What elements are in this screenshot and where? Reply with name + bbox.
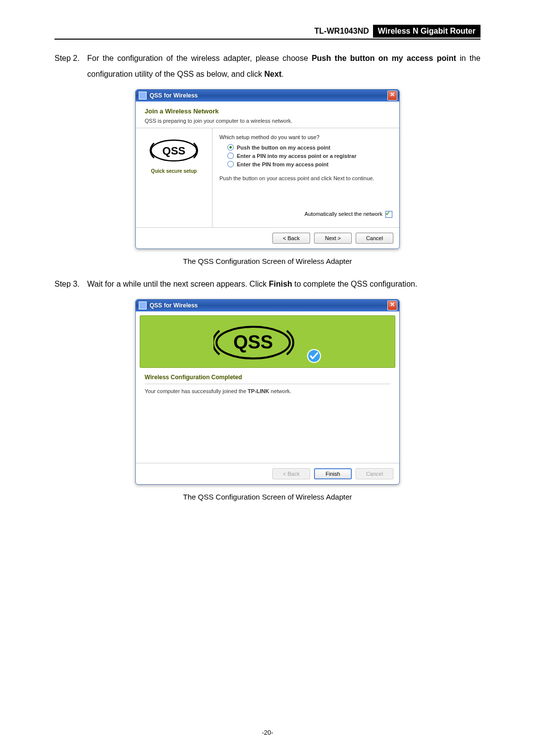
window-title: QSS for Wireless	[150, 92, 387, 99]
qss-dialog-complete: QSS for Wireless ✕ QSS	[135, 299, 400, 485]
model-number: TL-WR1043ND	[311, 25, 373, 38]
next-button[interactable]: Next >	[314, 233, 352, 244]
radio-label: Enter a PIN into my access point or a re…	[237, 153, 356, 159]
cancel-button: Cancel	[356, 468, 393, 479]
step-3-text: Wait for a while until the next screen a…	[87, 276, 481, 292]
page-number: -20-	[0, 729, 535, 736]
radio-label: Enter the PIN from my access point	[237, 161, 328, 167]
product-tagline: Wireless N Gigabit Router	[373, 25, 481, 38]
setup-prompt: Which setup method do you want to use?	[219, 134, 392, 140]
radio-label: Push the button on my access point	[237, 145, 330, 151]
cancel-button[interactable]: Cancel	[356, 233, 393, 244]
titlebar[interactable]: QSS for Wireless ✕	[136, 90, 399, 101]
auto-select-label: Automatically select the network	[305, 211, 382, 217]
text: Wait for a while until the next screen a…	[87, 280, 269, 288]
titlebar[interactable]: QSS for Wireless ✕	[136, 300, 399, 311]
sidebar-caption: Quick secure setup	[140, 168, 208, 174]
dialog-footer: < Back Finish Cancel	[136, 463, 399, 484]
radio-enter-pin-from-ap[interactable]: Enter the PIN from my access point	[227, 161, 392, 167]
radio-selected-icon	[227, 144, 234, 151]
close-icon[interactable]: ✕	[387, 301, 397, 310]
success-banner: QSS	[140, 315, 395, 368]
instruction-text: Push the button on your access point and…	[219, 175, 392, 181]
app-icon	[139, 92, 147, 100]
bold-text: Next	[265, 70, 282, 78]
dialog-subheading: QSS is preparing to join your computer t…	[145, 118, 390, 124]
bold-text: Push the button on my access point	[312, 54, 456, 62]
success-check-icon	[307, 349, 321, 363]
qss-logo-large-icon: QSS	[214, 338, 305, 346]
auto-select-checkbox[interactable]	[385, 211, 392, 218]
complete-message: Your computer has successfully joined th…	[145, 388, 390, 394]
text: network.	[269, 388, 292, 394]
complete-heading: Wireless Configuration Completed	[145, 374, 390, 384]
network-name: TP-LINK	[248, 388, 269, 394]
dialog-footer: < Back Next > Cancel	[136, 227, 399, 249]
text: to complete the QSS configuration.	[292, 280, 418, 288]
radio-push-button[interactable]: Push the button on my access point	[227, 144, 392, 151]
figure-caption-1: The QSS Configuration Screen of Wireless…	[54, 257, 481, 265]
qss-dialog-setup: QSS for Wireless ✕ Join a Wireless Netwo…	[135, 89, 400, 249]
dialog-sidebar: QSS Quick secure setup	[136, 128, 213, 227]
text: For the configuration of the wireless ad…	[87, 54, 312, 62]
app-icon	[139, 302, 147, 309]
figure-caption-2: The QSS Configuration Screen of Wireless…	[54, 493, 481, 501]
back-button[interactable]: < Back	[272, 233, 310, 244]
step-3: Step 3. Wait for a while until the next …	[54, 276, 481, 292]
text: .	[281, 70, 283, 78]
finish-button[interactable]: Finish	[314, 468, 352, 479]
radio-unselected-icon	[227, 161, 234, 167]
step-3-label: Step 3.	[54, 276, 87, 292]
bold-text: Finish	[269, 280, 292, 288]
svg-text:QSS: QSS	[162, 145, 185, 157]
page-header: TL-WR1043NDWireless N Gigabit Router	[54, 25, 481, 40]
radio-unselected-icon	[227, 152, 234, 159]
step-2-text: For the configuration of the wireless ad…	[87, 50, 481, 82]
text: Your computer has successfully joined th…	[145, 388, 248, 394]
back-button: < Back	[272, 468, 310, 479]
step-2: Step 2. For the configuration of the wir…	[54, 50, 481, 82]
qss-logo-icon: QSS	[149, 137, 199, 164]
auto-select-row: Automatically select the network	[219, 211, 392, 218]
radio-enter-pin-ap[interactable]: Enter a PIN into my access point or a re…	[227, 152, 392, 159]
step-2-label: Step 2.	[54, 50, 87, 82]
dialog-heading: Join a Wireless Network	[145, 107, 390, 115]
svg-text:QSS: QSS	[233, 332, 273, 353]
close-icon[interactable]: ✕	[387, 91, 397, 101]
window-title: QSS for Wireless	[150, 302, 387, 309]
